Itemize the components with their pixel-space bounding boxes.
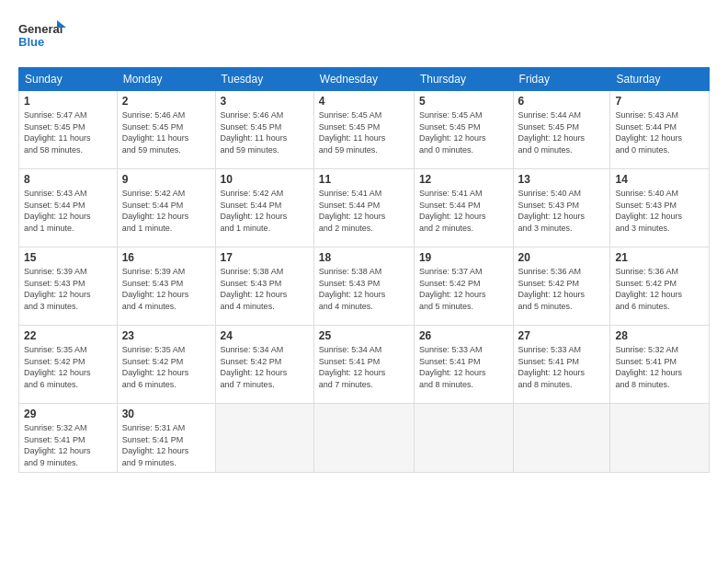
day-number: 8 bbox=[24, 173, 112, 186]
day-info: Sunrise: 5:39 AMSunset: 5:43 PMDaylight:… bbox=[122, 266, 210, 312]
day-number: 18 bbox=[319, 251, 409, 264]
calendar-cell: 9Sunrise: 5:42 AMSunset: 5:44 PMDaylight… bbox=[117, 169, 215, 247]
day-info: Sunrise: 5:42 AMSunset: 5:44 PMDaylight:… bbox=[122, 188, 210, 234]
day-info: Sunrise: 5:47 AMSunset: 5:45 PMDaylight:… bbox=[24, 109, 112, 155]
day-number: 7 bbox=[615, 95, 704, 108]
day-info: Sunrise: 5:46 AMSunset: 5:45 PMDaylight:… bbox=[122, 109, 210, 155]
calendar-cell: 21Sunrise: 5:36 AMSunset: 5:42 PMDayligh… bbox=[610, 247, 710, 326]
day-info: Sunrise: 5:42 AMSunset: 5:44 PMDaylight:… bbox=[221, 188, 309, 234]
day-number: 16 bbox=[122, 251, 210, 264]
calendar-cell: 17Sunrise: 5:38 AMSunset: 5:43 PMDayligh… bbox=[215, 247, 313, 326]
logo: General Blue bbox=[18, 18, 69, 60]
day-info: Sunrise: 5:34 AMSunset: 5:42 PMDaylight:… bbox=[221, 344, 309, 390]
day-info: Sunrise: 5:46 AMSunset: 5:45 PMDaylight:… bbox=[221, 109, 309, 155]
day-number: 24 bbox=[221, 329, 309, 342]
calendar-cell: 19Sunrise: 5:37 AMSunset: 5:42 PMDayligh… bbox=[414, 247, 513, 326]
day-number: 27 bbox=[518, 329, 606, 342]
day-header-sunday: Sunday bbox=[19, 68, 118, 91]
calendar-cell: 7Sunrise: 5:43 AMSunset: 5:44 PMDaylight… bbox=[610, 91, 710, 169]
svg-text:General: General bbox=[18, 22, 63, 36]
day-number: 12 bbox=[419, 173, 508, 186]
calendar-cell bbox=[610, 404, 710, 473]
calendar-cell: 3Sunrise: 5:46 AMSunset: 5:45 PMDaylight… bbox=[215, 91, 313, 169]
day-number: 23 bbox=[122, 329, 210, 342]
calendar-cell bbox=[313, 404, 414, 473]
day-info: Sunrise: 5:38 AMSunset: 5:43 PMDaylight:… bbox=[221, 266, 309, 312]
day-number: 22 bbox=[24, 329, 112, 342]
day-number: 5 bbox=[419, 95, 508, 108]
calendar-cell: 5Sunrise: 5:45 AMSunset: 5:45 PMDaylight… bbox=[414, 91, 513, 169]
calendar-table: SundayMondayTuesdayWednesdayThursdayFrid… bbox=[18, 67, 710, 473]
day-header-friday: Friday bbox=[513, 68, 610, 91]
calendar-cell: 23Sunrise: 5:35 AMSunset: 5:42 PMDayligh… bbox=[117, 326, 215, 404]
calendar-cell: 16Sunrise: 5:39 AMSunset: 5:43 PMDayligh… bbox=[117, 247, 215, 326]
calendar-cell: 2Sunrise: 5:46 AMSunset: 5:45 PMDaylight… bbox=[117, 91, 215, 169]
day-info: Sunrise: 5:44 AMSunset: 5:45 PMDaylight:… bbox=[518, 109, 606, 155]
day-info: Sunrise: 5:35 AMSunset: 5:42 PMDaylight:… bbox=[122, 344, 210, 390]
calendar-cell bbox=[513, 404, 610, 473]
day-info: Sunrise: 5:34 AMSunset: 5:41 PMDaylight:… bbox=[319, 344, 409, 390]
calendar-cell: 27Sunrise: 5:33 AMSunset: 5:41 PMDayligh… bbox=[513, 326, 610, 404]
day-number: 25 bbox=[319, 329, 409, 342]
day-info: Sunrise: 5:40 AMSunset: 5:43 PMDaylight:… bbox=[518, 188, 606, 234]
day-number: 19 bbox=[419, 251, 508, 264]
day-info: Sunrise: 5:39 AMSunset: 5:43 PMDaylight:… bbox=[24, 266, 112, 312]
calendar-cell: 22Sunrise: 5:35 AMSunset: 5:42 PMDayligh… bbox=[19, 326, 118, 404]
day-header-thursday: Thursday bbox=[414, 68, 513, 91]
day-info: Sunrise: 5:43 AMSunset: 5:44 PMDaylight:… bbox=[615, 109, 704, 155]
day-header-tuesday: Tuesday bbox=[215, 68, 313, 91]
calendar-cell: 12Sunrise: 5:41 AMSunset: 5:44 PMDayligh… bbox=[414, 169, 513, 247]
day-info: Sunrise: 5:36 AMSunset: 5:42 PMDaylight:… bbox=[615, 266, 704, 312]
day-info: Sunrise: 5:31 AMSunset: 5:41 PMDaylight:… bbox=[122, 422, 210, 468]
day-number: 28 bbox=[615, 329, 704, 342]
logo-svg: General Blue bbox=[18, 18, 69, 60]
calendar-cell: 20Sunrise: 5:36 AMSunset: 5:42 PMDayligh… bbox=[513, 247, 610, 326]
day-info: Sunrise: 5:41 AMSunset: 5:44 PMDaylight:… bbox=[319, 188, 409, 234]
day-header-saturday: Saturday bbox=[610, 68, 710, 91]
calendar-cell: 13Sunrise: 5:40 AMSunset: 5:43 PMDayligh… bbox=[513, 169, 610, 247]
day-number: 17 bbox=[221, 251, 309, 264]
svg-text:Blue: Blue bbox=[18, 35, 44, 49]
day-number: 6 bbox=[518, 95, 606, 108]
day-info: Sunrise: 5:45 AMSunset: 5:45 PMDaylight:… bbox=[319, 109, 409, 155]
calendar-cell: 29Sunrise: 5:32 AMSunset: 5:41 PMDayligh… bbox=[19, 404, 118, 473]
day-info: Sunrise: 5:36 AMSunset: 5:42 PMDaylight:… bbox=[518, 266, 606, 312]
calendar-cell: 11Sunrise: 5:41 AMSunset: 5:44 PMDayligh… bbox=[313, 169, 414, 247]
day-info: Sunrise: 5:38 AMSunset: 5:43 PMDaylight:… bbox=[319, 266, 409, 312]
day-number: 9 bbox=[122, 173, 210, 186]
day-info: Sunrise: 5:35 AMSunset: 5:42 PMDaylight:… bbox=[24, 344, 112, 390]
calendar-cell: 14Sunrise: 5:40 AMSunset: 5:43 PMDayligh… bbox=[610, 169, 710, 247]
day-info: Sunrise: 5:40 AMSunset: 5:43 PMDaylight:… bbox=[615, 188, 704, 234]
day-number: 2 bbox=[122, 95, 210, 108]
day-info: Sunrise: 5:33 AMSunset: 5:41 PMDaylight:… bbox=[419, 344, 508, 390]
day-number: 26 bbox=[419, 329, 508, 342]
calendar-cell: 15Sunrise: 5:39 AMSunset: 5:43 PMDayligh… bbox=[19, 247, 118, 326]
day-info: Sunrise: 5:37 AMSunset: 5:42 PMDaylight:… bbox=[419, 266, 508, 312]
calendar-cell bbox=[414, 404, 513, 473]
calendar-cell: 28Sunrise: 5:32 AMSunset: 5:41 PMDayligh… bbox=[610, 326, 710, 404]
day-info: Sunrise: 5:32 AMSunset: 5:41 PMDaylight:… bbox=[24, 422, 112, 468]
day-number: 20 bbox=[518, 251, 606, 264]
calendar-cell: 26Sunrise: 5:33 AMSunset: 5:41 PMDayligh… bbox=[414, 326, 513, 404]
calendar-cell: 18Sunrise: 5:38 AMSunset: 5:43 PMDayligh… bbox=[313, 247, 414, 326]
calendar-cell: 4Sunrise: 5:45 AMSunset: 5:45 PMDaylight… bbox=[313, 91, 414, 169]
day-number: 11 bbox=[319, 173, 409, 186]
day-header-monday: Monday bbox=[117, 68, 215, 91]
calendar-cell: 30Sunrise: 5:31 AMSunset: 5:41 PMDayligh… bbox=[117, 404, 215, 473]
calendar-cell: 1Sunrise: 5:47 AMSunset: 5:45 PMDaylight… bbox=[19, 91, 118, 169]
day-info: Sunrise: 5:43 AMSunset: 5:44 PMDaylight:… bbox=[24, 188, 112, 234]
day-number: 4 bbox=[319, 95, 409, 108]
day-number: 13 bbox=[518, 173, 606, 186]
day-number: 29 bbox=[24, 408, 112, 420]
day-number: 30 bbox=[122, 408, 210, 420]
day-info: Sunrise: 5:45 AMSunset: 5:45 PMDaylight:… bbox=[419, 109, 508, 155]
day-header-wednesday: Wednesday bbox=[313, 68, 414, 91]
calendar-cell: 24Sunrise: 5:34 AMSunset: 5:42 PMDayligh… bbox=[215, 326, 313, 404]
day-info: Sunrise: 5:33 AMSunset: 5:41 PMDaylight:… bbox=[518, 344, 606, 390]
day-info: Sunrise: 5:32 AMSunset: 5:41 PMDaylight:… bbox=[615, 344, 704, 390]
calendar-cell: 8Sunrise: 5:43 AMSunset: 5:44 PMDaylight… bbox=[19, 169, 118, 247]
day-number: 15 bbox=[24, 251, 112, 264]
day-number: 21 bbox=[615, 251, 704, 264]
calendar-cell: 10Sunrise: 5:42 AMSunset: 5:44 PMDayligh… bbox=[215, 169, 313, 247]
day-number: 14 bbox=[615, 173, 704, 186]
